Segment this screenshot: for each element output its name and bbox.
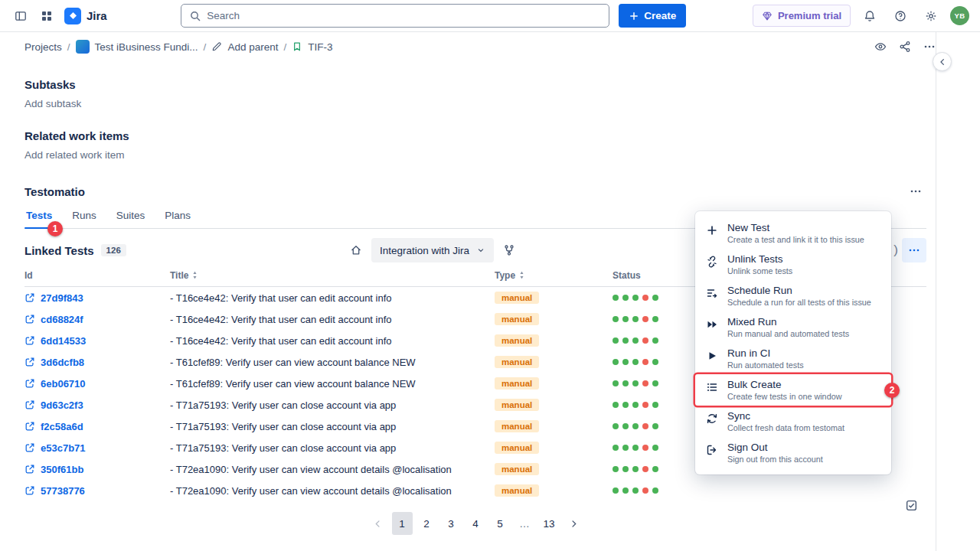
- external-link-icon[interactable]: [24, 442, 35, 453]
- tab-runs[interactable]: Runs: [70, 210, 98, 228]
- menu-item-sync[interactable]: SyncCollect fresh data from testomat: [695, 406, 891, 437]
- status-dot-green: [622, 466, 629, 472]
- external-link-icon[interactable]: [24, 314, 35, 324]
- user-avatar[interactable]: YB: [950, 6, 969, 25]
- pagination-page-1[interactable]: 1: [392, 512, 413, 535]
- sidebar-toggle-button[interactable]: [9, 5, 32, 28]
- menu-item-description: Schedule a run for all tests of this iss…: [727, 298, 871, 307]
- status-dots: [612, 487, 926, 494]
- external-link-icon[interactable]: [24, 335, 35, 346]
- jira-logo-text: Jira: [87, 9, 107, 22]
- menu-item-mixed-run[interactable]: Mixed RunRun manual and automated tests: [695, 311, 891, 343]
- tab-suites[interactable]: Suites: [115, 210, 147, 228]
- menu-item-new-test[interactable]: New TestCreate a test and link it it to …: [695, 217, 891, 249]
- external-link-icon[interactable]: [24, 292, 35, 303]
- testomatio-more-button[interactable]: [905, 182, 926, 201]
- status-dot-green: [632, 380, 639, 386]
- status-dot-green: [652, 359, 658, 365]
- panel-collapse-button[interactable]: [933, 52, 952, 71]
- test-id-link[interactable]: f2c58a6d: [41, 421, 83, 432]
- search-area: Create: [118, 4, 750, 28]
- test-id-link[interactable]: cd68824f: [41, 314, 83, 325]
- add-parent-button[interactable]: Add parent: [227, 41, 278, 53]
- status-dot-green: [622, 380, 629, 386]
- type-badge: manual: [495, 484, 539, 497]
- premium-trial-label: Premium trial: [778, 10, 841, 21]
- menu-item-unlink-tests[interactable]: Unlink TestsUnlink some tests: [695, 249, 891, 280]
- add-subtask-button[interactable]: Add subtask: [24, 98, 926, 109]
- pagination-page-13[interactable]: 13: [539, 512, 560, 535]
- test-id-link[interactable]: 6eb06710: [41, 378, 86, 390]
- test-id-link[interactable]: e53c7b71: [41, 442, 86, 454]
- fast-forward-icon: [706, 318, 718, 331]
- breadcrumb-issue-key[interactable]: TIF-3: [308, 41, 332, 53]
- search-box[interactable]: [181, 4, 609, 28]
- external-link-icon[interactable]: [24, 399, 35, 410]
- help-button[interactable]: [889, 5, 912, 28]
- test-id-link[interactable]: 57738776: [41, 485, 85, 497]
- external-link-icon[interactable]: [24, 464, 35, 474]
- integration-select[interactable]: Integration with Jira: [371, 238, 494, 262]
- share-button[interactable]: [899, 41, 911, 53]
- type-badge: manual: [495, 356, 539, 368]
- test-id-link[interactable]: 6dd14533: [41, 335, 86, 347]
- play-icon: [706, 350, 718, 362]
- settings-button[interactable]: [920, 5, 942, 28]
- bulk-list-icon: [706, 381, 718, 393]
- external-link-icon[interactable]: [24, 485, 35, 496]
- app-switcher-icon: [41, 10, 53, 22]
- app-switcher-button[interactable]: [35, 5, 58, 28]
- external-link-icon[interactable]: [24, 357, 35, 367]
- menu-item-description: Unlink some tests: [727, 266, 792, 276]
- menu-item-title: Mixed Run: [727, 316, 849, 328]
- tasklist-icon: [905, 499, 918, 512]
- menu-item-description: Create few tests in one window: [727, 392, 841, 401]
- test-id-link[interactable]: 3d6dcfb8: [41, 357, 84, 368]
- pagination-prev[interactable]: [368, 512, 388, 535]
- test-title: - T72ea1090: Verify user can view accoun…: [170, 485, 495, 497]
- menu-item-title: Schedule Run: [727, 285, 871, 296]
- external-link-icon[interactable]: [24, 378, 35, 389]
- header-type[interactable]: Type: [495, 270, 612, 281]
- test-title: - T71a75193: Verify user can close accou…: [170, 399, 495, 411]
- menu-item-bulk-create[interactable]: Bulk CreateCreate few tests in one windo…: [695, 374, 891, 406]
- issue-actions: [874, 41, 936, 53]
- header-title[interactable]: Title: [170, 270, 495, 281]
- watch-button[interactable]: [874, 41, 887, 53]
- status-dot-green: [622, 316, 629, 322]
- pagination-page-3[interactable]: 3: [441, 512, 462, 535]
- premium-trial-button[interactable]: Premium trial: [753, 5, 851, 27]
- status-dot-green: [632, 466, 639, 472]
- unlink-icon: [706, 256, 718, 268]
- home-icon[interactable]: [350, 244, 362, 256]
- tasklist-button[interactable]: [900, 496, 922, 514]
- header-id[interactable]: Id: [24, 270, 170, 281]
- sign-out-icon: [706, 444, 718, 456]
- breadcrumb-project[interactable]: Test iBusiness Fundi...: [95, 41, 198, 53]
- menu-item-schedule-run[interactable]: Schedule RunSchedule a run for all tests…: [695, 280, 891, 311]
- external-link-icon[interactable]: [24, 421, 35, 432]
- pagination-page-4[interactable]: 4: [466, 512, 486, 535]
- test-id-link[interactable]: 9d63c2f3: [41, 399, 83, 411]
- search-input[interactable]: [207, 10, 601, 21]
- breadcrumb: Projects / Test iBusiness Fundi... / Add…: [0, 32, 980, 60]
- menu-item-run-in-ci[interactable]: Run in CIRun automated tests: [695, 343, 891, 374]
- tests-menu-trigger-button[interactable]: [902, 238, 926, 262]
- breadcrumb-projects[interactable]: Projects: [24, 41, 62, 53]
- pagination-page-2[interactable]: 2: [416, 512, 437, 535]
- branch-icon[interactable]: [503, 244, 515, 256]
- jira-logo[interactable]: Jira: [61, 8, 115, 24]
- pagination-page-5[interactable]: 5: [490, 512, 511, 535]
- notifications-button[interactable]: [858, 5, 881, 28]
- menu-item-sign-out[interactable]: Sign OutSign out from this account: [695, 437, 891, 468]
- type-badge: manual: [495, 292, 539, 304]
- pagination-next[interactable]: [564, 512, 584, 535]
- test-id-link[interactable]: 27d9f843: [41, 292, 83, 304]
- add-related-item-button[interactable]: Add related work item: [24, 149, 926, 161]
- create-button[interactable]: Create: [619, 4, 686, 28]
- menu-item-description: Create a test and link it it to this iss…: [727, 235, 864, 244]
- status-dot-green: [632, 359, 639, 365]
- test-id-link[interactable]: 350f61bb: [41, 464, 83, 475]
- more-actions-button[interactable]: [923, 41, 936, 53]
- tab-plans[interactable]: Plans: [163, 210, 192, 228]
